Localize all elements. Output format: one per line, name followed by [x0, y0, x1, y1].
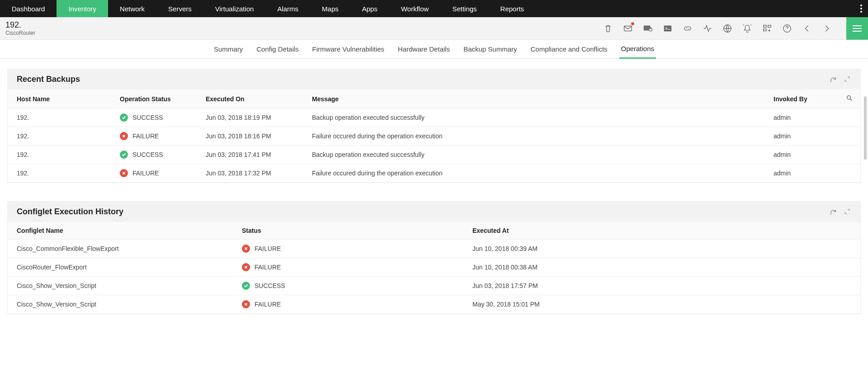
column-header[interactable]: Host Name: [8, 90, 116, 108]
tab-firmware-vulnerabilities[interactable]: Firmware Vulnerabilities: [311, 40, 387, 59]
failure-icon: [120, 169, 128, 177]
column-header[interactable]: Invoked By: [770, 90, 842, 108]
device-info: 192. CiscoRouter: [5, 20, 603, 36]
column-header[interactable]: Executed On: [202, 90, 308, 108]
nav-alarms[interactable]: Alarms: [265, 0, 310, 17]
svg-rect-3: [624, 26, 632, 31]
table-row[interactable]: 192.FAILUREJun 03, 2018 17:32 PMFailure …: [8, 164, 860, 183]
cell-executed: Jun 03, 2018 18:16 PM: [202, 127, 308, 146]
table-row[interactable]: Cisco_Show_Version_ScriptSUCCESSJun 03, …: [8, 277, 860, 295]
success-icon: [120, 113, 128, 122]
column-header[interactable]: Message: [308, 90, 770, 108]
cell-name: Cisco_Show_Version_Script: [8, 277, 238, 295]
cell-host: 192.: [8, 127, 116, 146]
delete-icon[interactable]: [603, 24, 613, 33]
link-icon[interactable]: [683, 24, 693, 33]
cell-name: Cisco_Show_Version_Script: [8, 295, 238, 314]
tab-compliance-and-conflicts[interactable]: Compliance and Conflicts: [529, 40, 609, 59]
tab-operations[interactable]: Operations: [619, 40, 656, 59]
cell-status: SUCCESS: [116, 108, 202, 127]
alarm-icon[interactable]: [742, 24, 752, 33]
tabs-bar: SummaryConfig DetailsFirmware Vulnerabil…: [0, 40, 868, 59]
configlets-table: Configlet NameStatusExecuted At Cisco_Co…: [8, 222, 860, 314]
column-header[interactable]: Executed At: [469, 222, 860, 240]
panel-title: Configlet Execution History: [17, 207, 830, 217]
nav-dashboard[interactable]: Dashboard: [0, 0, 57, 17]
cell-status: FAILURE: [238, 258, 469, 277]
cell-executed: May 30, 2018 15:01 PM: [469, 295, 860, 314]
nav-reports[interactable]: Reports: [489, 0, 536, 17]
recent-backups-panel: Recent Backups Host NameOperation Status…: [7, 69, 861, 183]
cell-message: Backup operation executed successfully: [308, 146, 770, 164]
search-icon[interactable]: [846, 96, 853, 103]
svg-rect-9: [764, 28, 766, 31]
scrollbar[interactable]: [864, 96, 867, 160]
svg-rect-6: [664, 25, 672, 31]
table-row[interactable]: 192.SUCCESSJun 03, 2018 17:41 PMBackup o…: [8, 146, 860, 164]
table-row[interactable]: CiscoRouter_FlowExportFAILUREJun 10, 201…: [8, 258, 860, 277]
tab-backup-summary[interactable]: Backup Summary: [462, 40, 519, 59]
expand-icon[interactable]: [844, 76, 851, 83]
mail-icon[interactable]: [623, 24, 633, 33]
failure-icon: [120, 132, 128, 140]
tab-summary[interactable]: Summary: [212, 40, 245, 59]
failure-icon: [242, 245, 250, 253]
globe-icon[interactable]: [722, 24, 732, 33]
toolbar: [603, 17, 868, 40]
more-menu-icon[interactable]: [860, 0, 863, 17]
cell-status: SUCCESS: [116, 146, 202, 164]
cell-executed: Jun 03, 2018 17:57 PM: [469, 277, 860, 295]
cell-message: Failure occured during the operation exe…: [308, 127, 770, 146]
configure-icon[interactable]: [762, 24, 772, 33]
cell-invoked: admin: [770, 164, 842, 183]
nav-maps[interactable]: Maps: [310, 0, 350, 17]
terminal-icon[interactable]: [663, 24, 673, 33]
column-header[interactable]: Operation Status: [116, 90, 202, 108]
cell-status: FAILURE: [238, 295, 469, 314]
table-row[interactable]: Cisco_Show_Version_ScriptFAILUREMay 30, …: [8, 295, 860, 314]
cell-executed: Jun 10, 2018 00:38 AM: [469, 258, 860, 277]
svg-rect-5: [649, 28, 652, 31]
refresh-icon[interactable]: [830, 76, 837, 83]
cell-message: Failure occured during the operation exe…: [308, 164, 770, 183]
activity-icon[interactable]: [703, 24, 712, 33]
cell-executed: Jun 03, 2018 17:32 PM: [202, 164, 308, 183]
cell-host: 192.: [8, 164, 116, 183]
hamburger-menu[interactable]: [846, 17, 868, 40]
panel-header: Recent Backups: [8, 69, 860, 90]
svg-point-12: [847, 96, 851, 99]
cell-invoked: admin: [770, 146, 842, 164]
cell-executed: Jun 03, 2018 17:41 PM: [202, 146, 308, 164]
table-row[interactable]: 192.FAILUREJun 03, 2018 18:16 PMFailure …: [8, 127, 860, 146]
failure-icon: [242, 263, 250, 271]
nav-settings[interactable]: Settings: [440, 0, 488, 17]
expand-icon[interactable]: [844, 208, 851, 216]
nav-virtualization[interactable]: Virtualization: [203, 0, 266, 17]
nav-workflow[interactable]: Workflow: [389, 0, 440, 17]
svg-point-2: [860, 11, 862, 13]
nav-network[interactable]: Network: [108, 0, 156, 17]
success-icon: [120, 151, 128, 159]
nav-apps[interactable]: Apps: [350, 0, 389, 17]
terminal-lock-icon[interactable]: [643, 24, 653, 33]
tab-config-details[interactable]: Config Details: [255, 40, 300, 59]
nav-servers[interactable]: Servers: [156, 0, 203, 17]
tab-hardware-details[interactable]: Hardware Details: [396, 40, 452, 59]
prev-icon[interactable]: [802, 24, 812, 33]
refresh-icon[interactable]: [830, 208, 837, 216]
panel-title: Recent Backups: [17, 75, 830, 84]
column-header[interactable]: Status: [238, 222, 469, 240]
cell-message: Backup operation executed successfully: [308, 108, 770, 127]
column-header[interactable]: Configlet Name: [8, 222, 238, 240]
content: Recent Backups Host NameOperation Status…: [0, 59, 868, 314]
nav-inventory[interactable]: Inventory: [57, 0, 108, 17]
table-row[interactable]: 192.SUCCESSJun 03, 2018 18:19 PMBackup o…: [8, 108, 860, 127]
next-icon[interactable]: [822, 24, 832, 33]
device-ip: 192.: [5, 20, 603, 30]
table-row[interactable]: Cisco_CommonFlexible_FlowExportFAILUREJu…: [8, 240, 860, 258]
svg-point-0: [860, 5, 862, 6]
failure-icon: [242, 300, 250, 308]
help-icon[interactable]: [782, 24, 792, 33]
cell-executed: Jun 03, 2018 18:19 PM: [202, 108, 308, 127]
cell-status: FAILURE: [238, 240, 469, 258]
